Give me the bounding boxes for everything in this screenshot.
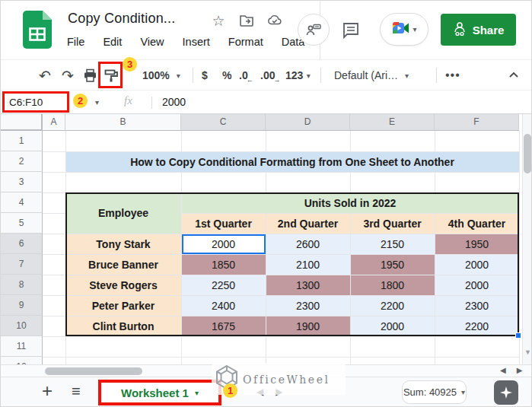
move-folder-icon[interactable] [239, 13, 254, 28]
add-sheet-button[interactable]: + [42, 380, 53, 402]
horizontal-scrollbar-thumb[interactable] [45, 367, 142, 375]
cell[interactable] [181, 131, 266, 151]
row-header-3[interactable]: 3 [1, 172, 43, 192]
select-all-corner[interactable] [1, 114, 43, 131]
data-cell[interactable]: 2100 [266, 254, 350, 275]
cell[interactable] [435, 357, 519, 364]
row-header-8[interactable]: 8 [1, 275, 43, 295]
quarter-header-cell[interactable]: 2nd Quarter [266, 213, 350, 234]
format-percent-button[interactable]: % [222, 60, 231, 91]
cell[interactable] [350, 336, 435, 357]
row-header-10[interactable]: 10 [1, 316, 43, 336]
cloud-status-icon[interactable] [267, 13, 282, 28]
collapse-toolbar-button[interactable] [508, 60, 520, 91]
sheet-tab-worksheet-1[interactable]: Worksheet 1 ▾ [98, 380, 221, 405]
row-header-11[interactable]: 11 [1, 336, 43, 357]
employee-header-cell[interactable]: Employee [65, 192, 181, 234]
cell[interactable] [266, 131, 350, 151]
banner-cell[interactable]: How to Copy Conditional Formatting from … [65, 151, 519, 172]
employee-name-cell[interactable]: Clint Burton [65, 316, 181, 336]
cell[interactable] [435, 336, 519, 357]
data-cell[interactable]: 2300 [435, 295, 519, 316]
data-cell[interactable]: 2000 [435, 275, 519, 295]
cell[interactable] [43, 275, 65, 295]
data-cell[interactable]: 2300 [266, 295, 350, 316]
sum-indicator[interactable]: Sum: 40925 ▾ [402, 380, 467, 404]
row-header-2[interactable]: 2 [1, 151, 43, 172]
name-box[interactable]: C6:F10 [2, 91, 69, 113]
column-header-c[interactable]: C [181, 114, 266, 131]
tab-scroll-right-icon[interactable]: ▶ [276, 386, 282, 397]
meet-call-button[interactable]: ▾ [380, 13, 428, 46]
cell[interactable] [266, 357, 350, 364]
data-cell[interactable]: 2000 [435, 254, 519, 275]
employee-name-cell[interactable]: Bruce Banner [65, 254, 181, 275]
quarter-header-cell[interactable]: 1st Quarter [181, 213, 266, 234]
horizontal-scrollbar[interactable]: ◀ ▶ [1, 364, 532, 377]
sheets-logo-icon[interactable] [23, 11, 52, 52]
cell[interactable] [266, 172, 350, 192]
employee-name-cell[interactable]: Tony Stark [65, 234, 181, 254]
row-header-1[interactable]: 1 [1, 131, 43, 151]
cell[interactable] [181, 357, 266, 364]
data-cell[interactable]: 2400 [181, 295, 266, 316]
paint-format-button[interactable] [104, 60, 119, 91]
column-header-d[interactable]: D [266, 114, 350, 131]
row-header-5[interactable]: 5 [1, 213, 43, 234]
sheet-tab-caret[interactable]: ▾ [195, 389, 199, 397]
selection-fill-handle[interactable] [515, 332, 521, 339]
active-cell-c6[interactable]: 2000 [181, 234, 266, 254]
last-edit-activity-button[interactable] [298, 14, 330, 46]
row-header-9[interactable]: 9 [1, 295, 43, 316]
name-box-caret[interactable]: ▾ [95, 98, 99, 107]
cell[interactable] [435, 131, 519, 151]
cell[interactable] [43, 316, 65, 336]
data-cell[interactable]: 2200 [435, 316, 519, 336]
cell[interactable] [181, 172, 266, 192]
menu-format[interactable]: Format [228, 34, 264, 49]
employee-name-cell[interactable]: Steve Rogers [65, 275, 181, 295]
cell[interactable] [350, 357, 435, 364]
data-cell-low[interactable]: 1675 [181, 316, 266, 336]
row-header-6[interactable]: 6 [1, 234, 43, 254]
number-format-button[interactable]: 123 ▾ [285, 60, 311, 91]
cell[interactable] [43, 151, 65, 172]
tab-scroll-left-icon[interactable]: ◀ [256, 386, 263, 397]
scroll-right-icon[interactable]: ▶ [517, 366, 523, 374]
comments-button[interactable] [340, 20, 362, 41]
format-currency-button[interactable]: $ [202, 60, 208, 91]
cell[interactable] [43, 357, 65, 364]
menu-edit[interactable]: Edit [102, 34, 123, 49]
star-icon[interactable]: ☆ [211, 13, 226, 28]
decrease-decimal-button[interactable]: .0← [239, 60, 255, 91]
redo-button[interactable]: ↷ [62, 60, 74, 91]
row-header-4[interactable]: 4 [1, 192, 43, 213]
quarter-header-cell[interactable]: 4th Quarter [435, 213, 519, 234]
units-header-cell[interactable]: Units Sold in 2022 [181, 192, 519, 213]
zoom-control[interactable]: 100% ▾ [142, 60, 180, 91]
cell[interactable] [350, 172, 435, 192]
column-header-e[interactable]: E [350, 114, 435, 131]
cell[interactable] [43, 131, 65, 151]
menu-file[interactable]: File [66, 34, 85, 49]
cell[interactable] [65, 336, 181, 357]
increase-decimal-button[interactable]: .00→ [260, 60, 282, 91]
explore-button[interactable] [494, 380, 518, 405]
data-cell-low[interactable]: 1950 [435, 234, 519, 254]
cell[interactable] [43, 336, 65, 357]
more-toolbar-button[interactable]: ••• [445, 60, 460, 91]
data-cell-low[interactable]: 1300 [266, 275, 350, 295]
data-cell[interactable]: 2200 [350, 295, 435, 316]
scroll-left-icon[interactable]: ◀ [500, 366, 506, 374]
document-title[interactable]: Copy Condition... [68, 11, 175, 27]
data-cell-low[interactable]: 1900 [266, 316, 350, 336]
vertical-scrollbar-thumb[interactable] [524, 134, 531, 173]
cell[interactable] [43, 172, 65, 192]
quarter-header-cell[interactable]: 3rd Quarter [350, 213, 435, 234]
all-sheets-button[interactable]: ≡ [72, 383, 81, 400]
cell[interactable] [435, 172, 519, 192]
data-cell-low[interactable]: 1800 [350, 275, 435, 295]
share-button[interactable]: Share [441, 14, 516, 46]
cell[interactable] [65, 357, 181, 364]
cell[interactable] [65, 131, 181, 151]
